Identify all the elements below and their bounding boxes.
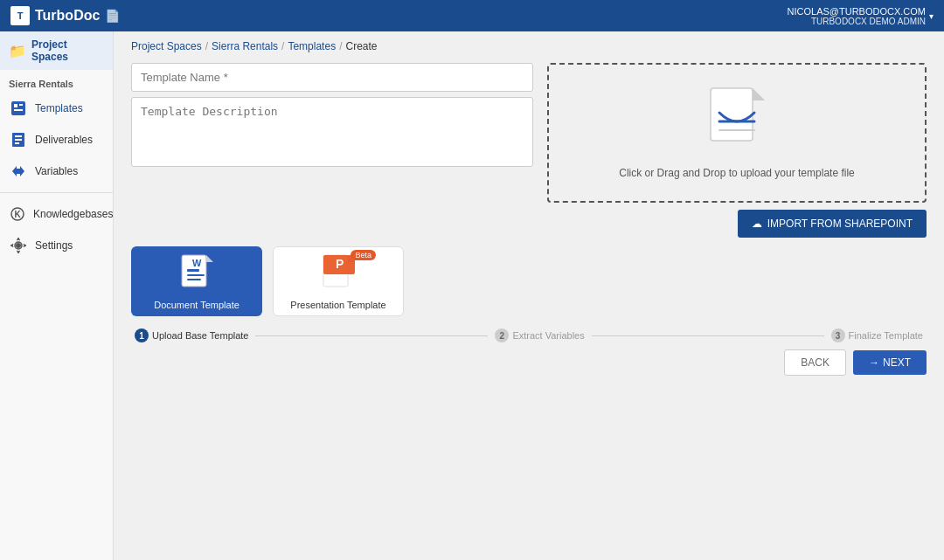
sidebar-item-settings[interactable]: Settings [0, 230, 113, 261]
app-header: T TurboDoc 📄 NICOLAS@TURBODOCX.COM TURBO… [0, 0, 944, 31]
template-type-cards: W Document Template P Beta Presentation … [131, 246, 927, 316]
deliverables-icon [9, 130, 28, 149]
logo: T TurboDoc 📄 [10, 6, 120, 25]
logo-icon: T [10, 6, 30, 25]
breadcrumb-create: Create [345, 40, 377, 52]
svg-rect-12 [711, 88, 753, 141]
sidebar: 📁 Project Spaces Sierra Rentals Template… [0, 31, 114, 560]
variables-icon [9, 162, 28, 181]
step-2: 2 Extract Variables [495, 328, 584, 342]
logo-doc-icon: 📄 [105, 9, 120, 23]
sidebar-variables-label: Variables [35, 165, 78, 177]
step-1-num: 1 [135, 328, 149, 342]
import-button-label: IMPORT FROM SHAREPOINT [767, 218, 913, 230]
user-email: NICOLAS@TURBODOCX.COM [788, 6, 926, 17]
svg-rect-2 [19, 104, 23, 106]
svg-rect-19 [187, 269, 199, 272]
template-description-input[interactable] [131, 97, 533, 167]
sidebar-item-deliverables[interactable]: Deliverables [0, 124, 113, 156]
form-left [131, 63, 533, 238]
presentation-template-icon: P Beta [322, 253, 355, 294]
sidebar-deliverables-label: Deliverables [35, 134, 93, 146]
project-spaces-label: Project Spaces [31, 38, 104, 63]
step-2-label: Extract Variables [512, 330, 584, 341]
breadcrumb-sep-2: / [281, 40, 284, 52]
step-3-num: 3 [831, 328, 845, 342]
breadcrumb-sierra-rentals[interactable]: Sierra Rentals [212, 40, 278, 52]
step-3-label: Finalize Template [849, 330, 923, 341]
sidebar-templates-label: Templates [35, 102, 83, 114]
step-1-label: Upload Base Template [152, 330, 248, 341]
next-button[interactable]: → NEXT [853, 350, 927, 375]
user-role: TURBODOCX DEMO ADMIN [788, 17, 926, 26]
svg-rect-20 [187, 274, 205, 276]
svg-text:K: K [14, 210, 21, 219]
settings-icon [9, 236, 28, 255]
svg-rect-3 [14, 109, 23, 111]
svg-text:P: P [336, 257, 344, 271]
upload-section: Click or Drag and Drop to upload your te… [547, 63, 927, 238]
upload-text: Click or Drag and Drop to upload your te… [619, 167, 854, 179]
document-template-label: Document Template [154, 300, 239, 310]
template-name-input[interactable] [131, 63, 533, 92]
knowledgebases-icon: K [9, 204, 26, 224]
svg-rect-0 [11, 101, 25, 115]
svg-rect-5 [15, 135, 22, 137]
svg-rect-7 [15, 142, 19, 144]
sidebar-knowledgebases-label: Knowledgebases [33, 208, 113, 220]
arrow-right-icon: → [869, 356, 879, 369]
back-button[interactable]: BACK [784, 349, 846, 376]
sidebar-settings-label: Settings [35, 239, 73, 252]
templates-icon [9, 99, 28, 118]
breadcrumb-templates[interactable]: Templates [288, 40, 336, 52]
upload-file-icon [706, 86, 767, 160]
folder-icon: 📁 [9, 43, 26, 59]
main-content: Project Spaces / Sierra Rentals / Templa… [114, 31, 944, 560]
sidebar-section-label: Sierra Rentals [0, 70, 113, 93]
breadcrumb-project-spaces[interactable]: Project Spaces [131, 40, 202, 52]
step-1: 1 Upload Base Template [135, 328, 248, 342]
svg-marker-14 [753, 88, 765, 100]
svg-marker-18 [206, 255, 213, 262]
logo-text: TurboDoc [35, 8, 100, 24]
svg-point-10 [16, 243, 21, 248]
step-line-1 [255, 335, 488, 336]
document-template-icon: W [180, 253, 213, 294]
template-card-document[interactable]: W Document Template [131, 246, 262, 316]
user-info: NICOLAS@TURBODOCX.COM TURBODOCX DEMO ADM… [788, 6, 926, 26]
cloud-upload-icon: ☁ [752, 218, 762, 230]
breadcrumb-sep-1: / [205, 40, 208, 52]
beta-badge: Beta [351, 250, 376, 260]
main-layout: 📁 Project Spaces Sierra Rentals Template… [0, 31, 944, 560]
breadcrumb-sep-3: / [339, 40, 342, 52]
svg-rect-1 [14, 104, 17, 107]
sidebar-item-templates[interactable]: Templates [0, 93, 113, 124]
chevron-down-icon: ▾ [929, 11, 934, 21]
upload-dropzone[interactable]: Click or Drag and Drop to upload your te… [547, 63, 927, 203]
sidebar-item-project-spaces[interactable]: 📁 Project Spaces [0, 31, 113, 70]
step-3: 3 Finalize Template [831, 328, 923, 342]
svg-text:W: W [192, 258, 202, 268]
breadcrumb: Project Spaces / Sierra Rentals / Templa… [131, 40, 927, 52]
form-actions: BACK → NEXT [131, 349, 927, 376]
next-button-label: NEXT [883, 356, 911, 369]
import-sharepoint-button[interactable]: ☁ IMPORT FROM SHAREPOINT [738, 210, 927, 238]
template-card-presentation[interactable]: P Beta Presentation Template [273, 246, 404, 316]
sidebar-divider [0, 192, 113, 193]
steps-indicator: 1 Upload Base Template 2 Extract Variabl… [131, 328, 927, 342]
svg-rect-21 [187, 279, 201, 280]
sidebar-item-variables[interactable]: Variables [0, 156, 113, 187]
step-line-2 [592, 335, 824, 336]
presentation-template-label: Presentation Template [290, 300, 385, 310]
sidebar-item-knowledgebases[interactable]: K Knowledgebases [0, 198, 113, 230]
user-menu[interactable]: NICOLAS@TURBODOCX.COM TURBODOCX DEMO ADM… [788, 6, 934, 26]
form-upload-row: Click or Drag and Drop to upload your te… [131, 63, 927, 238]
svg-rect-6 [15, 139, 22, 141]
step-2-num: 2 [495, 328, 509, 342]
